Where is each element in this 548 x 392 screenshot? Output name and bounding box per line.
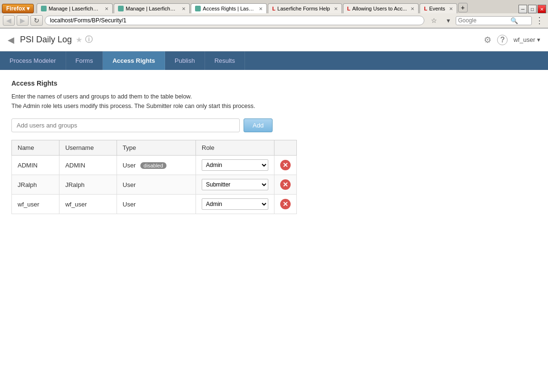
cell-name-jralph: JRalph	[12, 175, 59, 195]
tab-publish[interactable]: Publish	[165, 51, 205, 70]
close-button[interactable]: ✕	[538, 5, 546, 13]
browser-tab-5[interactable]: L Allowing Users to Acc... ✕	[343, 3, 419, 13]
cell-action-admin: ✕	[274, 156, 297, 175]
header-right: ⚙ ? wf_user ▾	[484, 35, 540, 45]
tab-results[interactable]: Results	[205, 51, 245, 70]
username-label: wf_user	[513, 36, 535, 43]
tab-process-modeler[interactable]: Process Modeler	[0, 51, 66, 70]
tab-forms[interactable]: Forms	[66, 51, 103, 70]
search-bar: 🔍	[456, 16, 532, 25]
tab-access-rights[interactable]: Access Rights	[103, 51, 165, 70]
col-header-name: Name	[12, 140, 59, 156]
minimize-button[interactable]: ─	[519, 5, 527, 13]
menu-icon[interactable]: ⋮	[534, 15, 545, 26]
search-input[interactable]	[458, 17, 510, 24]
table-row: wf_user wf_user User Admin Submitter ✕	[12, 195, 297, 214]
forward-button[interactable]: ▶	[17, 15, 29, 26]
reload-button[interactable]: ↻	[30, 15, 43, 26]
info-icon[interactable]: ⓘ	[85, 35, 93, 45]
back-button[interactable]: ◀	[3, 15, 15, 26]
tab-close-2[interactable]: ✕	[182, 6, 186, 11]
cell-name-admin: ADMIN	[12, 156, 59, 175]
cell-type-wfuser: User	[117, 195, 196, 214]
cell-role-wfuser: Admin Submitter	[196, 195, 274, 214]
tab-close-4[interactable]: ✕	[334, 6, 338, 11]
user-dropdown-icon: ▾	[537, 36, 540, 43]
restore-button[interactable]: □	[528, 5, 537, 13]
page-title: Access Rights	[11, 79, 537, 87]
col-header-action	[274, 140, 297, 156]
browser-tab-3[interactable]: Access Rights | Laserf... ✕	[191, 3, 267, 13]
delete-button-jralph[interactable]: ✕	[280, 179, 291, 190]
user-menu[interactable]: wf_user ▾	[513, 36, 540, 43]
role-select-jralph[interactable]: Admin Submitter	[202, 179, 268, 190]
nav-icons: ☆ ▾	[428, 15, 454, 26]
cell-username-admin: ADMIN	[59, 156, 117, 175]
new-tab-button[interactable]: +	[458, 3, 468, 12]
bookmark-list-icon[interactable]: ▾	[442, 15, 454, 26]
window-controls: ─ □ ✕	[519, 5, 546, 13]
app-back-button[interactable]: ◀	[8, 35, 14, 45]
add-users-row: Add	[11, 118, 537, 132]
browser-chrome: Firefox ▾ Manage | Laserfiche F... ✕ Man…	[0, 0, 548, 29]
firefox-menu-button[interactable]: Firefox ▾	[2, 4, 34, 13]
tab-close-5[interactable]: ✕	[411, 6, 414, 11]
favorite-star-icon[interactable]: ★	[76, 35, 82, 44]
cell-type-admin: User disabled	[117, 156, 196, 175]
col-header-role: Role	[196, 140, 274, 156]
delete-button-admin[interactable]: ✕	[280, 160, 291, 170]
bookmark-star-icon[interactable]: ☆	[428, 15, 440, 26]
tab-close-3[interactable]: ✕	[259, 6, 263, 11]
col-header-type: Type	[117, 140, 196, 156]
table-row: JRalph JRalph User Admin Submitter ✕	[12, 175, 297, 195]
navigation-bar: ◀ ▶ ↻ ☆ ▾ 🔍 ⋮	[0, 13, 548, 28]
cell-role-jralph: Admin Submitter	[196, 175, 274, 195]
tab-close-6[interactable]: ✕	[449, 6, 453, 11]
help-icon[interactable]: ?	[497, 35, 508, 45]
search-icon[interactable]: 🔍	[510, 17, 518, 24]
cell-action-jralph: ✕	[274, 175, 297, 195]
cell-role-admin: Admin Submitter	[196, 156, 274, 175]
description: Enter the names of users and groups to a…	[11, 92, 537, 111]
add-users-input[interactable]	[11, 118, 240, 132]
browser-tab-6[interactable]: L Events ✕	[420, 3, 457, 13]
browser-tab-1[interactable]: Manage | Laserfiche F... ✕	[37, 3, 113, 13]
table-row: ADMIN ADMIN User disabled Admin Submitte…	[12, 156, 297, 175]
disabled-badge: disabled	[140, 162, 166, 169]
add-button[interactable]: Add	[244, 118, 273, 132]
delete-button-wfuser[interactable]: ✕	[280, 199, 291, 209]
app-header-icons: ★ ⓘ	[76, 35, 93, 45]
role-select-wfuser[interactable]: Admin Submitter	[202, 198, 268, 210]
cell-type-jralph: User	[117, 175, 196, 195]
browser-tab-4[interactable]: L Laserfiche Forms Help ✕	[268, 3, 342, 13]
cell-username-wfuser: wf_user	[59, 195, 117, 214]
tab-close-1[interactable]: ✕	[105, 6, 108, 11]
access-rights-table: Name Username Type Role ADMIN ADMIN User…	[11, 140, 297, 214]
main-content: Access Rights Enter the names of users a…	[0, 70, 548, 355]
nav-tabs: Process Modeler Forms Access Rights Publ…	[0, 51, 548, 70]
settings-icon[interactable]: ⚙	[484, 35, 491, 45]
cell-username-jralph: JRalph	[59, 175, 117, 195]
cell-name-wfuser: wf_user	[12, 195, 59, 214]
cell-action-wfuser: ✕	[274, 195, 297, 214]
app-title: PSI Daily Log	[20, 35, 72, 45]
role-select-admin[interactable]: Admin Submitter	[202, 159, 268, 171]
col-header-username: Username	[59, 140, 117, 156]
browser-tab-2[interactable]: Manage | Laserfiche F... ✕	[114, 3, 190, 13]
app-header: ◀ PSI Daily Log ★ ⓘ ⚙ ? wf_user ▾	[0, 29, 548, 51]
address-bar[interactable]	[45, 16, 424, 25]
